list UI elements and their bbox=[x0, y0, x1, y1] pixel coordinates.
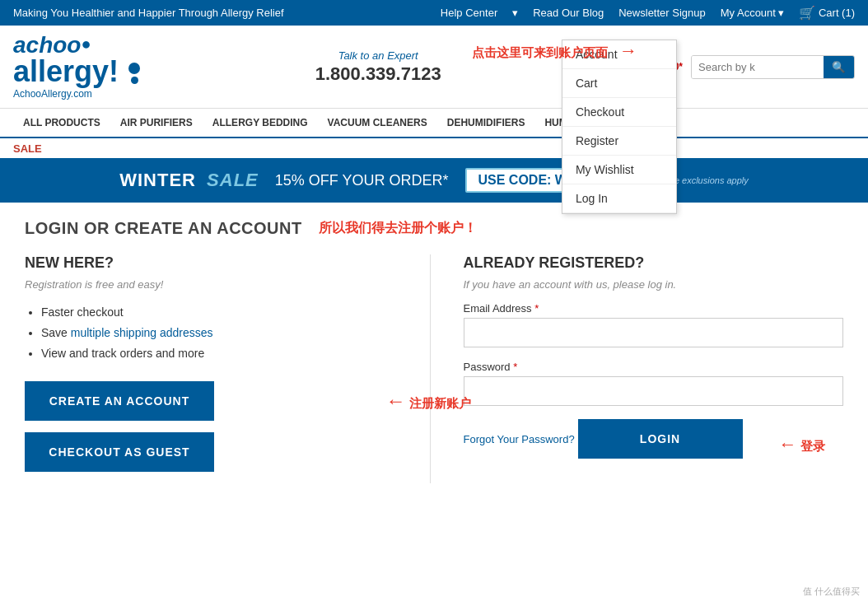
email-label: Email Address * bbox=[464, 302, 844, 315]
col-right: ALREADY REGISTERED? If you have an accou… bbox=[455, 254, 844, 483]
search-icon: 🔍 bbox=[832, 61, 846, 73]
search-button[interactable]: 🔍 bbox=[824, 56, 854, 78]
my-account-arrow: ▾ bbox=[778, 7, 784, 19]
col-left: NEW HERE? Registration is free and easy!… bbox=[25, 254, 431, 483]
create-account-button[interactable]: CREATE AN ACCOUNT bbox=[25, 381, 214, 421]
nav-air-purifiers[interactable]: AIR PURIFIERS bbox=[110, 109, 203, 137]
search-input[interactable] bbox=[692, 56, 824, 78]
winter-label: WINTER SALE bbox=[119, 170, 259, 191]
annotation-login: ←登录 bbox=[779, 434, 825, 455]
shipping-link[interactable]: multiple shipping addresses bbox=[71, 326, 213, 339]
top-bar-right: Help Center ▾ Read Our Blog Newsletter S… bbox=[441, 5, 855, 21]
dropdown-register[interactable]: Register bbox=[562, 127, 676, 156]
new-here-subtitle: Registration is free and easy! bbox=[25, 278, 405, 291]
forgot-password-link[interactable]: Forgot Your Password? bbox=[464, 433, 575, 445]
top-bar: Making You Healthier and Happier Through… bbox=[0, 0, 868, 26]
dropdown-login[interactable]: Log In bbox=[562, 184, 676, 213]
phone-number: 1.800.339.7123 bbox=[315, 63, 441, 85]
cart-icon: 🛒 bbox=[799, 5, 815, 21]
new-here-heading: NEW HERE? bbox=[25, 254, 405, 272]
benefit-3: View and track orders and more bbox=[41, 343, 405, 364]
logo-graphic: achoo● allergy! bbox=[13, 34, 140, 86]
create-account-area: CREATE AN ACCOUNT ←注册新账户 bbox=[25, 381, 405, 421]
email-required: * bbox=[534, 302, 539, 315]
login-area: LOGIN ←登录 bbox=[578, 419, 743, 470]
page-title: LOGIN OR CREATE AN ACCOUNT bbox=[25, 219, 302, 238]
header: achoo● allergy! AchooAllergy.com Talk to… bbox=[0, 26, 868, 108]
help-center-link[interactable]: Help Center bbox=[441, 7, 497, 19]
header-center: Talk to an Expert 1.800.339.7123 bbox=[315, 49, 441, 85]
dropdown-checkout[interactable]: Checkout bbox=[562, 98, 676, 127]
password-input[interactable] bbox=[464, 376, 844, 406]
logo-area: achoo● allergy! AchooAllergy.com bbox=[13, 34, 140, 100]
login-button[interactable]: LOGIN bbox=[578, 419, 743, 459]
dropdown-wishlist[interactable]: My Wishlist bbox=[562, 156, 676, 184]
password-form-group: Password * bbox=[464, 361, 844, 406]
achoo-logo: achoo● bbox=[13, 34, 140, 57]
nav-all-products[interactable]: ALL PRODUCTS bbox=[13, 109, 110, 137]
nav-vacuum-cleaners[interactable]: VACUUM CLEANERS bbox=[318, 109, 437, 137]
page-title-row: LOGIN OR CREATE AN ACCOUNT 所以我们得去注册个账户！ bbox=[25, 219, 843, 238]
help-center-arrow: ▾ bbox=[512, 7, 518, 19]
search-box: 🔍 bbox=[691, 55, 855, 79]
read-blog-link[interactable]: Read Our Blog bbox=[533, 7, 604, 19]
my-account-button[interactable]: My Account ▾ bbox=[721, 7, 784, 19]
benefits-list: Faster checkout Save multiple shipping a… bbox=[25, 302, 405, 365]
password-label: Password * bbox=[464, 361, 844, 373]
already-registered-heading: ALREADY REGISTERED? bbox=[464, 254, 844, 272]
benefit-1: Faster checkout bbox=[41, 302, 405, 323]
dropdown-cart[interactable]: Cart bbox=[562, 69, 676, 98]
allergy-logo: allergy! bbox=[13, 57, 140, 86]
nav-allergy-bedding[interactable]: ALLERGY BEDDING bbox=[203, 109, 318, 137]
benefit-2: Save multiple shipping addresses bbox=[41, 323, 405, 343]
email-input[interactable] bbox=[464, 318, 844, 347]
talk-expert-text: Talk to an Expert bbox=[315, 49, 441, 62]
logo-url: AchooAllergy.com bbox=[13, 88, 140, 100]
email-form-group: Email Address * bbox=[464, 302, 844, 347]
newsletter-link[interactable]: Newsletter Signup bbox=[618, 7, 706, 19]
account-dropdown-menu: Account Cart Checkout Register My Wishli… bbox=[562, 40, 677, 214]
columns: NEW HERE? Registration is free and easy!… bbox=[25, 254, 843, 483]
winter-banner: WINTER SALE 15% OFF YOUR ORDER* USE CODE… bbox=[0, 158, 868, 203]
main-content: LOGIN OR CREATE AN ACCOUNT 所以我们得去注册个账户！ … bbox=[0, 203, 868, 500]
tagline: Making You Healthier and Happier Through… bbox=[13, 7, 284, 19]
annotation-register: 所以我们得去注册个账户！ bbox=[319, 220, 477, 237]
my-account-dropdown[interactable]: My Account ▾ Account Cart Checkout Regis… bbox=[721, 7, 784, 19]
sale-bar: SALE bbox=[0, 138, 868, 158]
annotation-new-account: ←注册新账户 bbox=[386, 389, 471, 413]
dropdown-account[interactable]: Account bbox=[562, 40, 676, 69]
nav-dehumidifiers[interactable]: DEHUMIDIFIERS bbox=[437, 109, 535, 137]
checkout-guest-button[interactable]: CHECKOUT AS GUEST bbox=[25, 432, 214, 472]
header-wrapper: achoo● allergy! AchooAllergy.com Talk to… bbox=[0, 26, 868, 108]
password-required: * bbox=[513, 361, 517, 373]
off-text: 15% OFF YOUR ORDER* bbox=[275, 172, 449, 189]
already-registered-subtitle: If you have an account with us, please l… bbox=[464, 278, 844, 291]
nav-bar: ALL PRODUCTS AIR PURIFIERS ALLERGY BEDDI… bbox=[0, 108, 868, 138]
cart-button[interactable]: 🛒 Cart (1) bbox=[799, 5, 855, 21]
sale-link[interactable]: SALE bbox=[13, 142, 42, 155]
logo-text-block: achoo● allergy! bbox=[13, 34, 140, 86]
